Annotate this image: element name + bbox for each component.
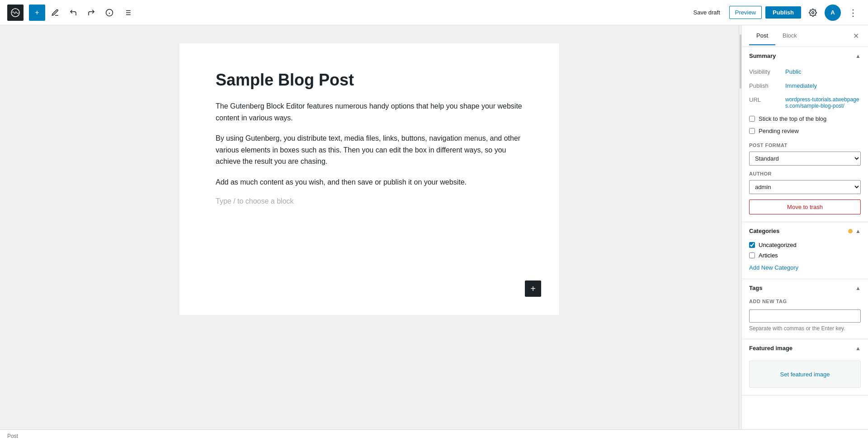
publish-row: Publish Immediately xyxy=(749,79,861,93)
tags-section: Tags ▲ ADD NEW TAG Separate with commas … xyxy=(742,279,868,339)
add-new-tag-input[interactable] xyxy=(749,309,861,323)
author-label: AUTHOR xyxy=(749,171,861,176)
paragraph-1[interactable]: The Gutenberg Block Editor features nume… xyxy=(216,100,523,124)
add-block-button[interactable]: + xyxy=(29,5,45,21)
publish-label: Publish xyxy=(749,82,785,89)
category-uncategorized: Uncategorized xyxy=(749,240,861,250)
publish-value[interactable]: Immediately xyxy=(785,82,861,89)
toolbar: + Save draft Preview Publish A ⋮ xyxy=(0,0,868,25)
featured-image-chevron-icon: ▲ xyxy=(855,345,861,352)
tab-post[interactable]: Post xyxy=(749,27,775,45)
tab-block[interactable]: Block xyxy=(775,27,804,45)
sidebar: Post Block ✕ Summary ▲ Visibility Public… xyxy=(741,25,868,429)
tags-title: Tags xyxy=(749,285,762,291)
save-draft-button[interactable]: Save draft xyxy=(688,6,726,19)
post-body: The Gutenberg Block Editor features nume… xyxy=(216,100,523,188)
sidebar-close-button[interactable]: ✕ xyxy=(851,30,861,42)
wp-logo[interactable] xyxy=(7,5,24,21)
summary-chevron-icon: ▲ xyxy=(855,53,861,59)
paragraph-2[interactable]: By using Gutenberg, you distribute text,… xyxy=(216,133,523,167)
categories-section-header[interactable]: Categories ▲ xyxy=(742,222,868,240)
pending-review-checkbox[interactable] xyxy=(749,128,755,134)
featured-image-title: Featured image xyxy=(749,345,793,352)
toolbar-left: + xyxy=(7,5,136,21)
category-articles: Articles xyxy=(749,250,861,261)
add-new-category-link[interactable]: Add New Category xyxy=(749,264,798,271)
pending-review-row: Pending review xyxy=(749,125,861,137)
preview-button[interactable]: Preview xyxy=(729,6,762,19)
tags-section-header[interactable]: Tags ▲ xyxy=(742,279,868,297)
tools-button[interactable] xyxy=(47,5,63,21)
publish-button[interactable]: Publish xyxy=(765,6,801,19)
url-row: URL wordpress-tutorials.atwebpages.com/s… xyxy=(749,93,861,113)
status-bar: Post xyxy=(0,429,868,442)
add-new-tag-label: ADD NEW TAG xyxy=(749,299,861,304)
categories-section: Categories ▲ Uncategorized Articles Add … xyxy=(742,222,868,279)
block-placeholder[interactable]: Type / to choose a block xyxy=(216,197,523,205)
summary-title: Summary xyxy=(749,52,776,59)
tags-chevron-icon: ▲ xyxy=(855,285,861,291)
visibility-label: Visibility xyxy=(749,68,785,75)
visibility-value[interactable]: Public xyxy=(785,68,861,75)
visibility-row: Visibility Public xyxy=(749,65,861,79)
undo-button[interactable] xyxy=(65,5,81,21)
category-uncategorized-label[interactable]: Uncategorized xyxy=(759,242,797,248)
featured-image-section-header[interactable]: Featured image ▲ xyxy=(742,339,868,357)
post-format-container: POST FORMAT Standard Aside Chat Gallery … xyxy=(749,143,861,166)
info-button[interactable] xyxy=(101,5,118,21)
editor-area: Sample Blog Post The Gutenberg Block Edi… xyxy=(0,25,739,429)
categories-section-body: Uncategorized Articles Add New Category xyxy=(742,240,868,279)
more-options-button[interactable]: ⋮ xyxy=(844,5,861,21)
summary-section: Summary ▲ Visibility Public Publish Imme… xyxy=(742,47,868,222)
sidebar-header: Post Block ✕ xyxy=(742,25,868,47)
categories-dot xyxy=(848,229,853,233)
svg-point-10 xyxy=(812,11,814,14)
category-articles-checkbox[interactable] xyxy=(749,252,755,258)
user-button[interactable]: A xyxy=(825,5,841,21)
summary-section-body: Visibility Public Publish Immediately UR… xyxy=(742,65,868,222)
post-title[interactable]: Sample Blog Post xyxy=(216,71,523,90)
stick-to-top-checkbox[interactable] xyxy=(749,116,755,122)
stick-to-top-row: Stick to the top of the blog xyxy=(749,113,861,125)
category-articles-label[interactable]: Articles xyxy=(759,252,778,259)
scrollbar-indicator[interactable] xyxy=(739,25,741,429)
add-block-floating-button[interactable]: + xyxy=(525,280,541,297)
tags-section-body: ADD NEW TAG Separate with commas or the … xyxy=(742,299,868,339)
author-select[interactable]: admin xyxy=(749,180,861,194)
categories-chevron-icon: ▲ xyxy=(855,228,861,234)
main-area: Sample Blog Post The Gutenberg Block Edi… xyxy=(0,25,868,429)
featured-image-section: Featured image ▲ Set featured image xyxy=(742,339,868,395)
scroll-thumb xyxy=(740,34,741,89)
editor-content: Sample Blog Post The Gutenberg Block Edi… xyxy=(179,43,559,315)
summary-section-header[interactable]: Summary ▲ xyxy=(742,47,868,65)
pending-review-label[interactable]: Pending review xyxy=(759,128,799,134)
featured-image-section-body: Set featured image xyxy=(742,361,868,395)
sidebar-tabs: Post Block xyxy=(749,27,804,45)
categories-title: Categories xyxy=(749,228,779,234)
post-format-label: POST FORMAT xyxy=(749,143,861,148)
settings-button[interactable] xyxy=(805,5,821,21)
category-uncategorized-checkbox[interactable] xyxy=(749,242,755,248)
toolbar-right: Save draft Preview Publish A ⋮ xyxy=(688,5,861,21)
stick-to-top-label[interactable]: Stick to the top of the blog xyxy=(759,115,826,122)
url-value[interactable]: wordpress-tutorials.atwebpages.com/sampl… xyxy=(785,96,861,109)
author-container: AUTHOR admin xyxy=(749,171,861,194)
paragraph-3[interactable]: Add as much content as you wish, and the… xyxy=(216,176,523,188)
set-featured-image-button[interactable]: Set featured image xyxy=(749,361,861,388)
url-label: URL xyxy=(749,96,785,103)
list-view-button[interactable] xyxy=(119,5,136,21)
redo-button[interactable] xyxy=(83,5,99,21)
tags-hint: Separate with commas or the Enter key. xyxy=(749,325,861,332)
move-to-trash-button[interactable]: Move to trash xyxy=(749,200,861,214)
post-format-select[interactable]: Standard Aside Chat Gallery Image xyxy=(749,152,861,166)
post-status-label: Post xyxy=(7,433,18,439)
